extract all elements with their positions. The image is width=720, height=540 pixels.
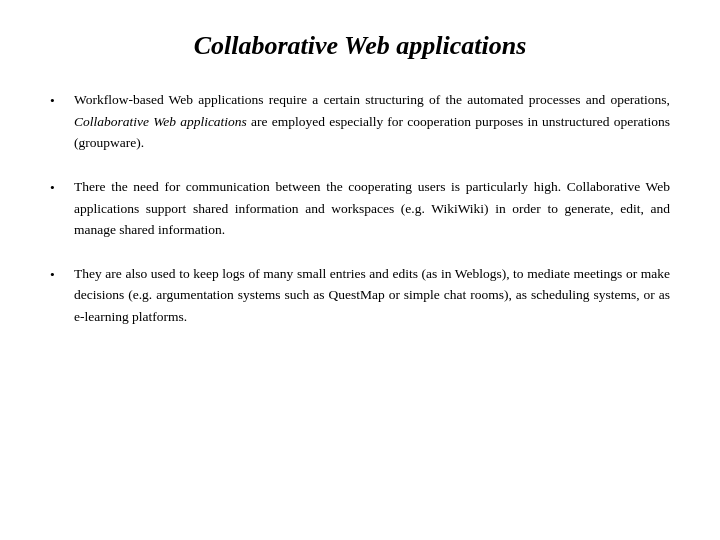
bullet-item-1: • Workflow-based Web applications requir… [50, 89, 670, 154]
bullet-list: • Workflow-based Web applications requir… [50, 89, 670, 327]
bullet-text-2: There the need for communication between… [74, 176, 670, 241]
slide-container: Collaborative Web applications • Workflo… [50, 30, 670, 350]
bullet-item-3: • They are also used to keep logs of man… [50, 263, 670, 328]
slide-title: Collaborative Web applications [50, 30, 670, 61]
bullet-dot-3: • [50, 264, 68, 286]
bullet-dot-2: • [50, 177, 68, 199]
bullet-dot-1: • [50, 90, 68, 112]
bullet-text-3: They are also used to keep logs of many … [74, 263, 670, 328]
italic-term-1: Collaborative Web applications [74, 114, 247, 129]
bullet-text-1: Workflow-based Web applications require … [74, 89, 670, 154]
bullet-item-2: • There the need for communication betwe… [50, 176, 670, 241]
